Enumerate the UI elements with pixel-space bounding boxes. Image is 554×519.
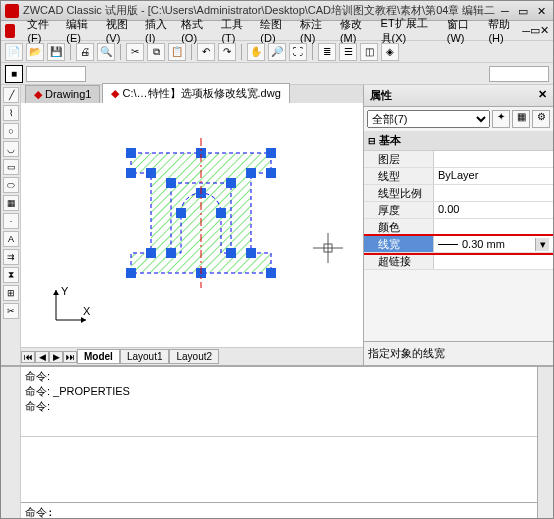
cut-button[interactable]: ✂ xyxy=(126,43,144,61)
minimize-button[interactable]: ─ xyxy=(497,4,513,18)
line-tool[interactable]: ╱ xyxy=(3,87,19,103)
redo-button[interactable]: ↷ xyxy=(218,43,236,61)
doc-logo-icon xyxy=(5,24,15,38)
menu-help[interactable]: 帮助(H) xyxy=(482,17,522,44)
menu-view[interactable]: 视图(V) xyxy=(100,17,139,44)
menu-format[interactable]: 格式(O) xyxy=(175,17,215,44)
drawing-canvas[interactable]: XY xyxy=(21,103,363,347)
trim-tool[interactable]: ✂ xyxy=(3,303,19,319)
prop-thickness[interactable]: 0.00 xyxy=(434,202,553,218)
layer-combo[interactable] xyxy=(26,66,86,82)
menu-window[interactable]: 窗口(W) xyxy=(441,17,483,44)
menu-dim[interactable]: 标注(N) xyxy=(294,17,334,44)
scrollbar[interactable] xyxy=(537,367,553,519)
pline-tool[interactable]: ⌇ xyxy=(3,105,19,121)
model-tab[interactable]: Model xyxy=(77,349,120,364)
pan-button[interactable]: ✋ xyxy=(247,43,265,61)
layout2-tab[interactable]: Layout2 xyxy=(169,349,219,364)
open-button[interactable]: 📂 xyxy=(26,43,44,61)
menu-tools[interactable]: 工具(T) xyxy=(215,17,254,44)
svg-rect-10 xyxy=(176,208,186,218)
svg-rect-12 xyxy=(216,208,226,218)
tab-last[interactable]: ⏭ xyxy=(63,351,77,363)
cursor-crosshair-icon xyxy=(313,233,343,263)
text-tool[interactable]: A xyxy=(3,231,19,247)
quick-select-button[interactable]: ✦ xyxy=(492,110,510,128)
drawing-object[interactable] xyxy=(111,133,311,293)
rect-tool[interactable]: ▭ xyxy=(3,159,19,175)
property-hint: 指定对象的线宽 xyxy=(364,341,553,365)
hatch-tool[interactable]: ▦ xyxy=(3,195,19,211)
save-button[interactable]: 💾 xyxy=(47,43,65,61)
svg-rect-13 xyxy=(146,248,156,258)
undo-button[interactable]: ↶ xyxy=(197,43,215,61)
close-button[interactable]: ✕ xyxy=(533,4,549,18)
prop-lineweight: 0.30 mm▾ xyxy=(434,236,553,252)
props-close-icon[interactable]: ✕ xyxy=(538,88,547,103)
point-tool[interactable]: · xyxy=(3,213,19,229)
prop-color[interactable] xyxy=(434,219,553,235)
layout1-tab[interactable]: Layout1 xyxy=(120,349,170,364)
mirror-tool[interactable]: ⧗ xyxy=(3,267,19,283)
prop-linetype[interactable]: ByLayer xyxy=(434,168,553,184)
properties-panel: 属性✕ 全部(7) ✦ ▦ ⚙ 基本 图层 线型ByLayer 线型比例 厚度0… xyxy=(363,85,553,365)
circle-tool[interactable]: ○ xyxy=(3,123,19,139)
array-tool[interactable]: ⊞ xyxy=(3,285,19,301)
print-button[interactable]: 🖨 xyxy=(76,43,94,61)
block-button[interactable]: ◫ xyxy=(360,43,378,61)
arc-tool[interactable]: ◡ xyxy=(3,141,19,157)
svg-rect-4 xyxy=(126,168,136,178)
menu-edit[interactable]: 编辑(E) xyxy=(60,17,99,44)
paste-button[interactable]: 📋 xyxy=(168,43,186,61)
tab-current[interactable]: ◆C:\…特性】选项板修改线宽.dwg xyxy=(102,83,289,103)
command-history: 命令: 命令: _PROPERTIES 命令: xyxy=(21,367,537,437)
svg-rect-5 xyxy=(146,168,156,178)
preview-button[interactable]: 🔍 xyxy=(97,43,115,61)
menu-draw[interactable]: 绘图(D) xyxy=(254,17,294,44)
menu-file[interactable]: 文件(F) xyxy=(21,17,60,44)
svg-rect-3 xyxy=(266,148,276,158)
color-picker[interactable]: ■ xyxy=(5,65,23,83)
selection-combo[interactable]: 全部(7) xyxy=(367,110,490,128)
doc-close-button[interactable]: ✕ xyxy=(540,24,549,37)
prop-layer[interactable] xyxy=(434,151,553,167)
menu-bar: 文件(F) 编辑(E) 视图(V) 插入(I) 格式(O) 工具(T) 绘图(D… xyxy=(1,21,553,41)
dropdown-icon[interactable]: ▾ xyxy=(535,238,549,251)
menu-insert[interactable]: 插入(I) xyxy=(139,17,175,44)
svg-rect-14 xyxy=(166,248,176,258)
new-button[interactable]: 📄 xyxy=(5,43,23,61)
tab-first[interactable]: ⏮ xyxy=(21,351,35,363)
select-objs-button[interactable]: ▦ xyxy=(512,110,530,128)
offset-tool[interactable]: ⇉ xyxy=(3,249,19,265)
tab-drawing1[interactable]: ◆Drawing1 xyxy=(25,85,100,103)
command-input[interactable]: 命令: xyxy=(21,502,537,519)
layer-button[interactable]: ≣ xyxy=(318,43,336,61)
prop-ltscale[interactable] xyxy=(434,185,553,201)
prop-hyperlink[interactable] xyxy=(434,253,553,269)
props-button[interactable]: ☰ xyxy=(339,43,357,61)
toggle-pim-button[interactable]: ⚙ xyxy=(532,110,550,128)
props-panel-title: 属性 xyxy=(370,88,392,103)
zoom-ext-button[interactable]: ⛶ xyxy=(289,43,307,61)
copy-button[interactable]: ⧉ xyxy=(147,43,165,61)
misc-button[interactable]: ◈ xyxy=(381,43,399,61)
doc-tabs: ◆Drawing1 ◆C:\…特性】选项板修改线宽.dwg xyxy=(21,85,363,103)
ellipse-tool[interactable]: ⬭ xyxy=(3,177,19,193)
doc-max-button[interactable]: ▭ xyxy=(530,24,540,37)
svg-text:Y: Y xyxy=(61,285,69,297)
menu-modify[interactable]: 修改(M) xyxy=(334,17,375,44)
zoom-button[interactable]: 🔎 xyxy=(268,43,286,61)
svg-rect-17 xyxy=(126,268,136,278)
prop-lineweight-row[interactable]: 线宽0.30 mm▾ xyxy=(364,236,553,253)
menu-et[interactable]: ET扩展工具(X) xyxy=(375,16,441,46)
linetype-combo[interactable] xyxy=(489,66,549,82)
tab-next[interactable]: ▶ xyxy=(49,351,63,363)
svg-marker-25 xyxy=(81,317,86,323)
maximize-button[interactable]: ▭ xyxy=(515,4,531,18)
doc-min-button[interactable]: ─ xyxy=(522,25,530,37)
group-basic[interactable]: 基本 xyxy=(364,131,553,151)
svg-marker-27 xyxy=(53,290,59,295)
app-logo-icon xyxy=(5,4,19,18)
svg-rect-9 xyxy=(226,178,236,188)
tab-prev[interactable]: ◀ xyxy=(35,351,49,363)
